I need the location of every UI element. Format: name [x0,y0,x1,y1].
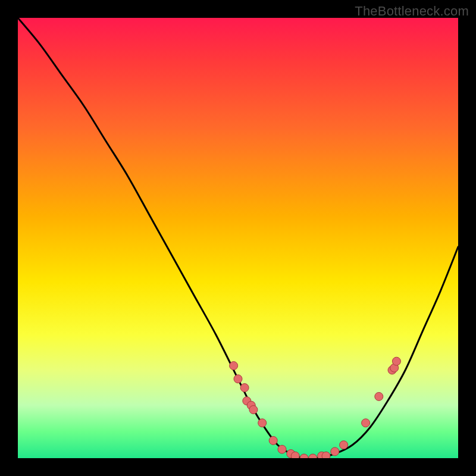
bottleneck-curve [18,18,458,458]
data-dot [309,454,317,458]
data-dot [291,452,299,458]
data-dots-group [230,357,401,458]
watermark-text: TheBottleneck.com [355,4,469,19]
data-dot [234,375,242,383]
data-dot [375,392,383,400]
data-dot [269,436,277,444]
data-dot [278,445,286,453]
chart-frame: TheBottleneck.com [0,0,476,476]
data-dot [362,419,370,427]
data-dot [300,454,308,458]
data-dot [230,362,238,370]
data-dot [322,452,330,458]
data-dot [240,384,249,392]
data-dot [340,441,348,449]
data-dot [392,357,400,365]
curve-svg [18,18,458,458]
data-dot [331,447,339,456]
data-dot [249,406,258,414]
plot-area [18,18,458,458]
data-dot [258,419,267,427]
